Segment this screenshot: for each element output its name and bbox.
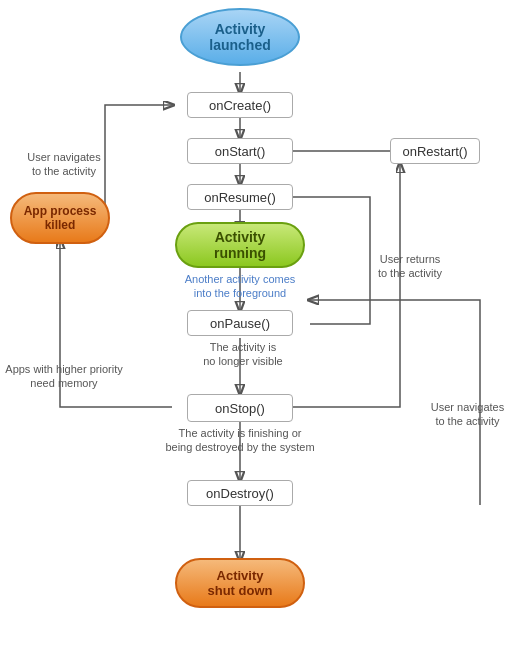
diagram: Activity launched onCreate() onStart() o… [0,0,521,663]
on-destroy-node: onDestroy() [187,480,293,506]
user-navigates-right-label: User navigates to the activity [420,400,515,429]
on-resume-label: onResume() [204,190,276,205]
on-destroy-label: onDestroy() [206,486,274,501]
on-stop-label: onStop() [215,401,265,416]
on-resume-node: onResume() [187,184,293,210]
on-restart-label: onRestart() [402,144,467,159]
activity-running-label: Activity running [214,229,266,261]
on-create-label: onCreate() [209,98,271,113]
another-activity-label: Another activity comes into the foregrou… [150,272,330,301]
no-longer-visible-label: The activity is no longer visible [158,340,328,369]
activity-shut-down-node: Activity shut down [175,558,305,608]
on-restart-node: onRestart() [390,138,480,164]
app-process-killed-node: App process killed [10,192,110,244]
on-start-label: onStart() [215,144,266,159]
apps-higher-priority-label: Apps with higher priority need memory [4,362,124,391]
user-returns-label: User returns to the activity [360,252,460,281]
app-process-killed-label: App process killed [24,204,97,232]
on-create-node: onCreate() [187,92,293,118]
on-pause-label: onPause() [210,316,270,331]
user-navigates-label: User navigates to the activity [4,150,124,179]
finishing-destroyed-label: The activity is finishing or being destr… [130,426,350,455]
activity-launched-node: Activity launched [180,8,300,66]
on-pause-node: onPause() [187,310,293,336]
on-stop-node: onStop() [187,394,293,422]
activity-running-node: Activity running [175,222,305,268]
activity-shut-down-label: Activity shut down [208,568,273,598]
activity-launched-label: Activity launched [209,21,270,53]
on-start-node: onStart() [187,138,293,164]
